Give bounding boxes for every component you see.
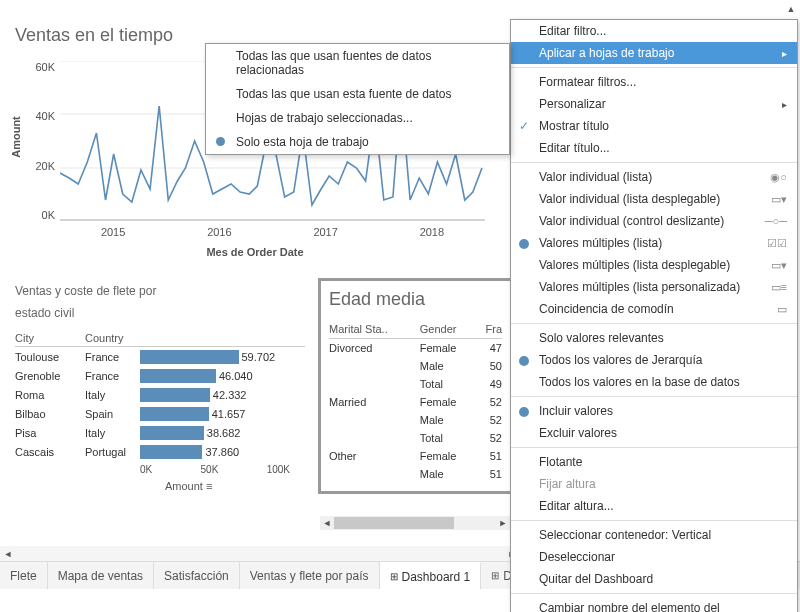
menu-edit-title[interactable]: Editar título... <box>511 137 797 159</box>
bar-table: City Country ToulouseFrance59.702Grenobl… <box>15 332 305 492</box>
menu-item-label: Valores múltiples (lista) <box>539 236 662 250</box>
th-marital: Marital Sta.. <box>329 320 420 339</box>
table-row[interactable]: Male52 <box>329 411 502 429</box>
scroll-left-arrow[interactable]: ◄ <box>0 547 16 561</box>
table-row[interactable]: GrenobleFrance46.040 <box>15 366 305 385</box>
table-row[interactable]: Male50 <box>329 357 502 375</box>
menu-single-value-dropdown[interactable]: Valor individual (lista desplegable)▭▾ <box>511 188 797 210</box>
cell-gender: Female <box>420 447 477 465</box>
menu-item-label: Todos los valores de Jerarquía <box>539 353 702 367</box>
dashboard-icon: ⊞ <box>390 571 398 582</box>
menu-item-label: Coincidencia de comodín <box>539 302 674 316</box>
cell-country: France <box>85 351 140 363</box>
tab-ventas-flete-pais[interactable]: Ventas y flete por país <box>240 562 380 589</box>
menu-rename-dashboard-item[interactable]: Cambiar nombre del elemento del dashboar… <box>511 597 797 612</box>
table-row[interactable]: Total49 <box>329 375 502 393</box>
collapse-panel-arrow[interactable]: ▲ <box>784 2 798 16</box>
menu-single-value-list[interactable]: Valor individual (lista)◉○ <box>511 166 797 188</box>
table-row[interactable]: MarriedFemale52 <box>329 393 502 411</box>
menu-item-label: Valores múltiples (lista desplegable) <box>539 258 730 272</box>
slider-icon: ─○─ <box>765 215 787 227</box>
submenu-only-this-worksheet[interactable]: Solo esta hoja de trabajo <box>206 130 509 154</box>
col-country: Country <box>85 332 124 344</box>
scroll-right-arrow[interactable]: ► <box>496 516 510 530</box>
x-tick: 2015 <box>101 226 125 238</box>
x-tick: 2017 <box>313 226 337 238</box>
menu-multi-value-custom[interactable]: Valores múltiples (lista personalizada)▭… <box>511 276 797 298</box>
submenu-all-this-source[interactable]: Todas las que usan esta fuente de datos <box>206 82 509 106</box>
cell-value: 50 <box>476 357 502 375</box>
horizontal-scrollbar[interactable]: ◄ ► <box>320 516 510 530</box>
bar-value: 41.657 <box>212 408 246 420</box>
average-age-panel[interactable]: Edad media Marital Sta.. Gender Fra Divo… <box>318 278 513 494</box>
menu-remove-from-dashboard[interactable]: Quitar del Dashboard <box>511 568 797 590</box>
chart3-title: Edad media <box>329 289 502 310</box>
cell-gender: Total <box>420 375 477 393</box>
selected-dot-icon <box>519 356 529 366</box>
menu-only-relevant-values[interactable]: Solo valores relevantes <box>511 327 797 349</box>
scroll-left-arrow[interactable]: ◄ <box>320 516 334 530</box>
menu-customize[interactable]: Personalizar▸ <box>511 93 797 115</box>
tab-satisfaccion[interactable]: Satisfacción <box>154 562 240 589</box>
tab-dashboard1[interactable]: ⊞Dashboard 1 <box>380 562 482 589</box>
dashboard-icon: ⊞ <box>491 570 499 581</box>
th-value: Fra <box>476 320 502 339</box>
table-row[interactable]: PisaItaly38.682 <box>15 423 305 442</box>
table-row[interactable]: CascaisPortugal37.860 <box>15 442 305 461</box>
cell-value: 51 <box>476 465 502 483</box>
menu-all-hierarchy-values[interactable]: Todos los valores de Jerarquía <box>511 349 797 371</box>
age-table: Marital Sta.. Gender Fra DivorcedFemale4… <box>329 320 502 483</box>
menu-edit-filter[interactable]: Editar filtro... <box>511 20 797 42</box>
submenu-all-related-sources[interactable]: Todas las que usan fuentes de datos rela… <box>206 44 509 82</box>
cell-marital <box>329 357 420 375</box>
menu-exclude-values[interactable]: Excluir valores <box>511 422 797 444</box>
menu-all-database-values[interactable]: Todos los valores en la base de datos <box>511 371 797 393</box>
apply-to-worksheets-submenu: Todas las que usan fuentes de datos rela… <box>205 43 510 155</box>
tab-mapa-ventas[interactable]: Mapa de ventas <box>48 562 154 589</box>
table-row[interactable]: BilbaoSpain41.657 <box>15 404 305 423</box>
cell-marital <box>329 465 420 483</box>
tab-flete[interactable]: Flete <box>0 562 48 589</box>
menu-item-label: Deseleccionar <box>539 550 615 564</box>
bar <box>140 426 204 440</box>
menu-item-label: Aplicar a hojas de trabajo <box>539 46 674 60</box>
table-row[interactable]: RomaItaly42.332 <box>15 385 305 404</box>
table-row[interactable]: Total52 <box>329 429 502 447</box>
menu-edit-height[interactable]: Editar altura... <box>511 495 797 517</box>
y-tick: 0K <box>42 209 55 221</box>
dashboard-scrollbar[interactable]: ◄ ► <box>0 546 520 562</box>
cell-city: Toulouse <box>15 351 85 363</box>
scroll-thumb-h[interactable] <box>334 517 454 529</box>
menu-select-container[interactable]: Seleccionar contenedor: Vertical <box>511 524 797 546</box>
cell-marital <box>329 375 420 393</box>
dropdown-icon: ▭▾ <box>771 259 787 272</box>
wildcard-icon: ▭ <box>777 303 787 316</box>
menu-item-label: Valor individual (control deslizante) <box>539 214 724 228</box>
chart2-title: Ventas y coste de flete por estado civil <box>15 280 305 324</box>
bar-xtick: 100K <box>267 464 290 475</box>
menu-show-title[interactable]: ✓Mostrar título <box>511 115 797 137</box>
menu-wildcard-match[interactable]: Coincidencia de comodín▭ <box>511 298 797 320</box>
bar <box>140 388 210 402</box>
amount-label: Amount ≡ <box>165 480 305 492</box>
menu-multi-value-dropdown[interactable]: Valores múltiples (lista desplegable)▭▾ <box>511 254 797 276</box>
menu-floating[interactable]: Flotante <box>511 451 797 473</box>
x-tick: 2016 <box>207 226 231 238</box>
submenu-selected-worksheets[interactable]: Hojas de trabajo seleccionadas... <box>206 106 509 130</box>
y-axis: 60K 40K 20K 0K <box>15 61 55 221</box>
table-row[interactable]: Male51 <box>329 465 502 483</box>
chart2-title-line: estado civil <box>15 302 305 324</box>
table-row[interactable]: DivorcedFemale47 <box>329 339 502 358</box>
menu-item-label: Valor individual (lista) <box>539 170 652 184</box>
table-row[interactable]: ToulouseFrance59.702 <box>15 347 305 366</box>
menu-multi-value-list[interactable]: Valores múltiples (lista)☑☑ <box>511 232 797 254</box>
menu-include-values[interactable]: Incluir valores <box>511 400 797 422</box>
menu-deselect[interactable]: Deseleccionar <box>511 546 797 568</box>
x-axis-label: Mes de Order Date <box>15 246 495 258</box>
menu-single-value-slider[interactable]: Valor individual (control deslizante)─○─ <box>511 210 797 232</box>
menu-apply-to-worksheets[interactable]: Aplicar a hojas de trabajo▸ <box>511 42 797 64</box>
menu-item-label: Cambiar nombre del elemento del dashboar… <box>539 601 787 612</box>
table-row[interactable]: OtherFemale51 <box>329 447 502 465</box>
cell-gender: Male <box>420 357 477 375</box>
menu-format-filters[interactable]: Formatear filtros... <box>511 71 797 93</box>
